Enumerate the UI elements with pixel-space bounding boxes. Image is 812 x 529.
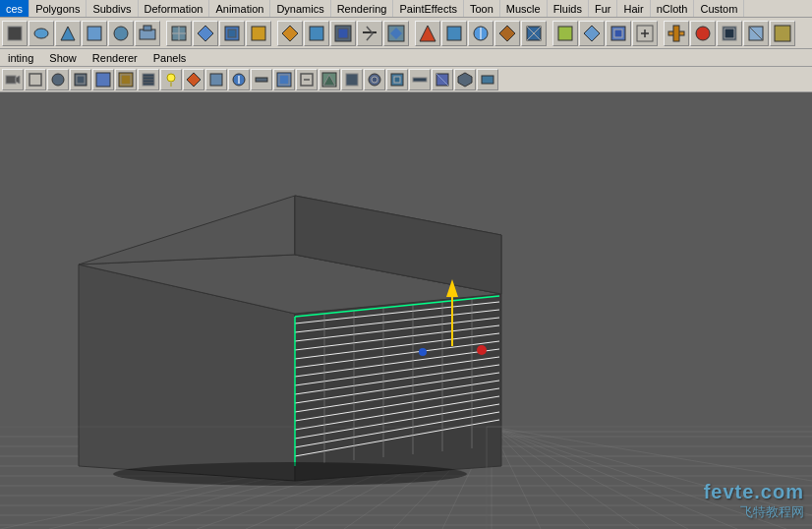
svg-rect-13	[252, 27, 265, 40]
toolbar-btn-21[interactable]	[552, 21, 578, 46]
toolbar-btn-20[interactable]	[521, 21, 547, 46]
svg-rect-46	[77, 76, 85, 84]
svg-marker-10	[198, 26, 213, 41]
tb2-btn-14[interactable]	[296, 69, 318, 90]
toolbar-btn-28[interactable]	[743, 21, 769, 46]
menu-deformation[interactable]: Deformation	[139, 0, 210, 17]
tb2-btn-7[interactable]	[138, 69, 159, 90]
menu-subdivs[interactable]: Subdivs	[87, 0, 138, 17]
tb2-btn-10[interactable]	[205, 69, 227, 90]
svg-marker-42	[16, 76, 20, 84]
svg-marker-25	[499, 26, 515, 41]
toolbar-btn-23[interactable]	[606, 21, 631, 46]
svg-rect-18	[363, 31, 377, 33]
tb2-btn-4[interactable]	[70, 69, 91, 90]
menu-inting[interactable]: inting	[0, 51, 41, 65]
tb2-btn-19[interactable]	[409, 69, 431, 90]
menu-ces[interactable]: ces	[0, 0, 29, 17]
tb2-btn-13[interactable]	[273, 69, 295, 90]
svg-rect-75	[482, 76, 493, 84]
toolbar-btn-2[interactable]	[29, 21, 54, 46]
svg-rect-60	[256, 78, 267, 82]
toolbar-btn-17[interactable]	[441, 21, 467, 46]
toolbar-btn-5[interactable]	[108, 21, 134, 46]
toolbar-btn-26[interactable]	[690, 21, 716, 46]
menu-fluids[interactable]: Fluids	[548, 0, 589, 17]
tb2-btn-light[interactable]	[160, 69, 182, 90]
viewport-toolbar	[0, 67, 812, 92]
toolbar-btn-22[interactable]	[579, 21, 605, 46]
toolbar-btn-29[interactable]	[770, 21, 795, 46]
svg-marker-30	[584, 26, 600, 41]
svg-rect-0	[8, 27, 22, 40]
toolbar-btn-25[interactable]	[664, 21, 689, 46]
menu-ncloth[interactable]: nCloth	[651, 0, 695, 17]
toolbar-btn-12[interactable]	[304, 21, 329, 46]
toolbar-btn-7[interactable]	[166, 21, 192, 46]
menu-hair[interactable]: Hair	[617, 0, 650, 17]
tb2-btn-15[interactable]	[319, 69, 340, 90]
tb2-btn-3[interactable]	[47, 69, 69, 90]
toolbar-btn-27[interactable]	[717, 21, 742, 46]
menu-panels[interactable]: Panels	[145, 51, 195, 65]
watermark: fevte.com 飞特教程网	[704, 481, 804, 521]
svg-rect-6	[144, 26, 151, 30]
tb2-btn-camera[interactable]	[2, 69, 24, 90]
svg-rect-12	[228, 29, 236, 37]
toolbar-btn-9[interactable]	[219, 21, 245, 46]
tb2-btn-9[interactable]	[183, 69, 204, 90]
menu-fur[interactable]: Fur	[589, 0, 618, 17]
menu-show[interactable]: Show	[41, 51, 85, 65]
tb2-btn-18[interactable]	[386, 69, 408, 90]
svg-marker-2	[61, 27, 75, 40]
toolbar-btn-6[interactable]	[135, 21, 160, 46]
toolbar-btn-14[interactable]	[357, 21, 382, 46]
toolbar-btn-1[interactable]	[2, 21, 28, 46]
menu-painteffects[interactable]: PaintEffects	[393, 0, 464, 17]
svg-rect-47	[96, 73, 110, 87]
menu-dynamics[interactable]: Dynamics	[270, 0, 330, 17]
tb2-btn-20[interactable]	[432, 69, 453, 90]
svg-rect-38	[725, 29, 734, 38]
svg-point-1	[34, 29, 48, 38]
tb2-btn-17[interactable]	[364, 69, 385, 90]
menu-renderer[interactable]: Renderer	[85, 51, 145, 65]
svg-rect-40	[775, 26, 790, 41]
menu-polygons[interactable]: Polygons	[29, 0, 87, 17]
toolbar-btn-19[interactable]	[494, 21, 520, 46]
toolbar-btn-24[interactable]	[632, 21, 658, 46]
tb2-btn-21[interactable]	[454, 69, 476, 90]
toolbar-btn-10[interactable]	[246, 21, 271, 46]
svg-point-54	[167, 74, 175, 82]
menu-custom[interactable]: Custom	[694, 0, 744, 17]
menu-rendering[interactable]: Rendering	[331, 0, 394, 17]
tb2-btn-5[interactable]	[92, 69, 114, 90]
tb2-btn-6[interactable]	[115, 69, 137, 90]
watermark-chinese: 飞特教程网	[704, 503, 804, 521]
toolbar-btn-3[interactable]	[55, 21, 81, 46]
menu-toon[interactable]: Toon	[464, 0, 500, 17]
svg-rect-66	[346, 74, 358, 86]
3d-viewport[interactable]: fevte.com 飞特教程网	[0, 92, 812, 529]
toolbar-btn-18[interactable]	[468, 21, 493, 46]
menu-muscle[interactable]: Muscle	[500, 0, 548, 17]
tb2-btn-2[interactable]	[25, 69, 46, 90]
svg-rect-57	[210, 74, 222, 86]
svg-point-141	[113, 462, 467, 486]
toolbar-btn-11[interactable]	[277, 21, 303, 46]
toolbar-btn-16[interactable]	[415, 21, 440, 46]
svg-rect-35	[673, 26, 679, 41]
tb2-btn-16[interactable]	[341, 69, 363, 90]
tb2-btn-12[interactable]	[251, 69, 272, 90]
toolbar-btn-8[interactable]	[193, 21, 218, 46]
menu-animation[interactable]: Animation	[209, 0, 270, 17]
toolbar-btn-13[interactable]	[330, 21, 356, 46]
tb2-btn-22[interactable]	[477, 69, 498, 90]
svg-rect-29	[558, 27, 572, 40]
svg-rect-62	[279, 75, 289, 85]
toolbar-btn-4[interactable]	[82, 21, 107, 46]
toolbar-btn-15[interactable]	[383, 21, 409, 46]
svg-point-138	[419, 348, 427, 356]
svg-point-4	[114, 27, 128, 40]
tb2-btn-11[interactable]	[228, 69, 250, 90]
